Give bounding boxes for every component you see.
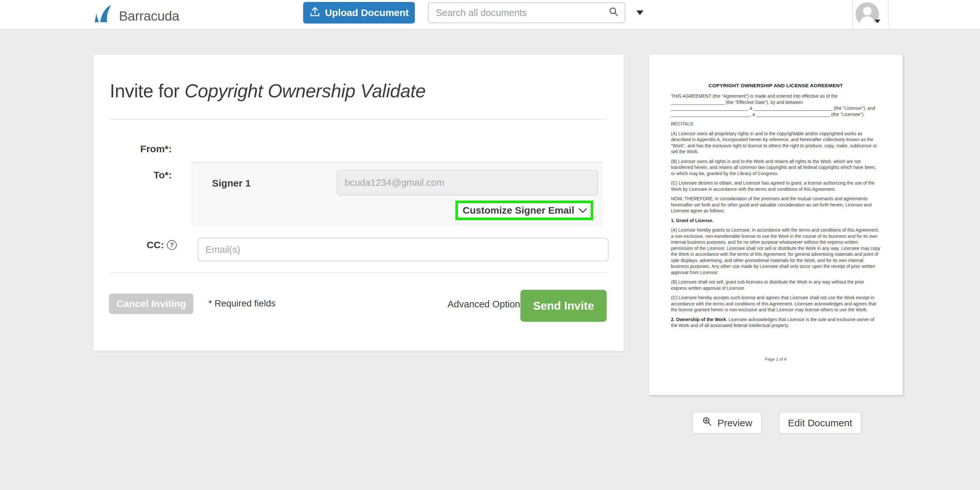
signer-email-input[interactable] [337, 170, 598, 195]
upload-icon [309, 6, 320, 20]
customize-signer-email-dropdown[interactable]: Customize Signer Email [455, 200, 593, 220]
document-title: COPYRIGHT OWNERSHIP AND LICENSE AGREEMEN… [671, 83, 880, 89]
document-page-body: THIS AGREEMENT (the "Agreement") is made… [671, 93, 880, 329]
title-prefix: Invite for [110, 80, 185, 101]
cc-label-row: CC: ? [110, 239, 177, 251]
search-input[interactable] [429, 8, 608, 18]
signer-label: Signer 1 [212, 178, 251, 189]
document-paragraph: (A) Licensor hereby grants to Licensee, … [671, 227, 880, 275]
divider [110, 119, 607, 119]
preview-button[interactable]: Preview [692, 412, 762, 434]
document-preview-page: COPYRIGHT OWNERSHIP AND LICENSE AGREEMEN… [648, 54, 903, 395]
preview-button-label: Preview [718, 417, 752, 429]
send-invite-button[interactable]: Send Invite [520, 290, 607, 322]
document-paragraph: (B) Licensor owns all rights in and to t… [671, 158, 880, 177]
document-paragraph: 2. Ownership of the Work. Licensee ackno… [671, 317, 880, 329]
upload-button-label: Upload Document [325, 7, 409, 18]
barracuda-fins-icon [94, 4, 116, 24]
cc-help-icon[interactable]: ? [167, 240, 177, 250]
title-document-name: Copyright Ownership Validate [185, 80, 426, 101]
divider [110, 272, 607, 273]
from-label: From*: [110, 143, 172, 154]
document-paragraph: THIS AGREEMENT (the "Agreement") is made… [671, 93, 880, 117]
top-nav: Barracuda Upload Document [0, 0, 980, 29]
required-fields-note: * Required fields [208, 298, 275, 309]
invite-card: Invite for Copyright Ownership Validate … [93, 54, 624, 351]
page-title: Invite for Copyright Ownership Validate [110, 80, 426, 102]
document-page-number: Page 1 of 6 [649, 357, 902, 362]
cc-label: CC: [147, 239, 164, 251]
search-container [428, 2, 625, 23]
edit-document-button[interactable]: Edit Document [779, 412, 861, 434]
brand-name: Barracuda [119, 10, 179, 24]
search-icon[interactable] [608, 6, 619, 19]
upload-document-button[interactable]: Upload Document [303, 2, 415, 24]
document-paragraph: (C) Licensee desires to obtain, and Lice… [671, 180, 880, 192]
document-paragraph: RECITALS: [671, 121, 880, 127]
customize-signer-email-label: Customize Signer Email [463, 205, 574, 216]
advanced-options-link[interactable]: Advanced Options [447, 299, 525, 310]
document-paragraph: NOW, THEREFORE, in consideration of the … [671, 196, 880, 214]
account-menu[interactable] [853, 0, 888, 29]
cc-email-input[interactable] [197, 238, 609, 261]
signer-panel: Signer 1 Customize Signer Email [191, 162, 602, 226]
barracuda-logo: Barracuda [94, 4, 179, 24]
cancel-inviting-button[interactable]: Cancel Inviting [109, 294, 193, 314]
document-paragraph: (C) Licensee hereby accepts such license… [671, 295, 880, 313]
account-caret-icon [875, 20, 880, 23]
to-label: To*: [110, 170, 172, 181]
zoom-in-icon [702, 416, 713, 430]
search-scope-caret-icon[interactable] [636, 10, 644, 15]
chevron-down-icon [578, 205, 587, 216]
document-paragraph: (B) Licensee shall not sell, grant sub-l… [671, 279, 880, 291]
document-paragraph: (A) Licensor owns all proprietary rights… [671, 130, 880, 155]
document-paragraph: 1. Grant of License. [671, 218, 880, 224]
